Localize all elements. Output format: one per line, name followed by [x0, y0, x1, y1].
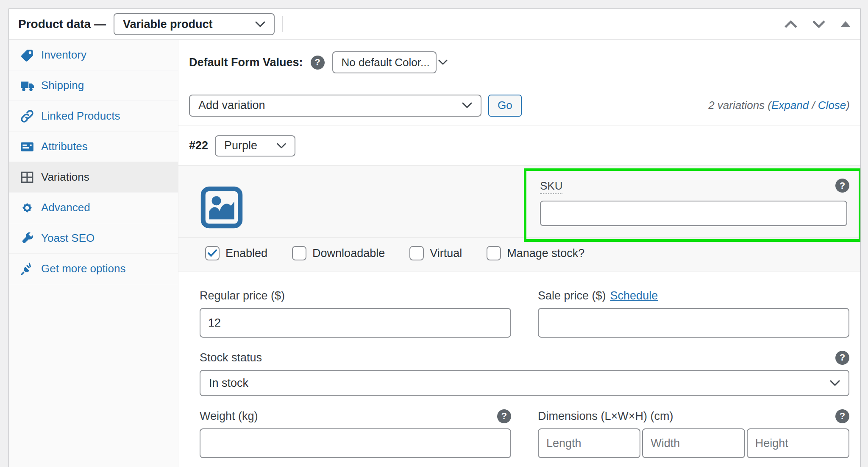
sku-section-highlight: SKU ?: [524, 168, 860, 242]
dimensions-label: Dimensions (L×W×H) (cm): [538, 410, 673, 423]
tab-get-more-options[interactable]: Get more options: [9, 254, 178, 284]
weight-field: Weight (kg) ?: [200, 409, 511, 458]
default-form-values-label: Default Form Values:: [189, 56, 303, 69]
panel-order-controls: [784, 20, 851, 28]
tab-yoast-seo[interactable]: Yoast SEO: [9, 223, 178, 254]
tab-attributes[interactable]: Attributes: [9, 131, 178, 162]
virtual-checkbox[interactable]: Virtual: [409, 246, 462, 260]
checkbox-label: Downloadable: [312, 247, 385, 260]
card-icon: [20, 140, 34, 154]
enabled-checkbox[interactable]: Enabled: [205, 246, 267, 260]
panel-title: Product data —: [18, 17, 106, 31]
tab-linked-products[interactable]: Linked Products: [9, 101, 178, 131]
variation-header: #22 Purple: [178, 126, 860, 166]
grid-icon: [20, 170, 34, 185]
regular-price-label: Regular price ($): [200, 289, 285, 302]
stock-status-value: In stock: [209, 377, 248, 390]
variation-body: SKU ? Enabled Downloadable: [178, 166, 860, 271]
expand-link[interactable]: Expand: [771, 99, 809, 112]
checkbox-box: [487, 246, 501, 260]
tab-label: Yoast SEO: [41, 232, 95, 245]
dimensions-field: Dimensions (L×W×H) (cm) ?: [538, 409, 849, 458]
stock-status-field: Stock status ? In stock: [200, 350, 849, 396]
downloadable-checkbox[interactable]: Downloadable: [292, 246, 385, 260]
tab-label: Advanced: [41, 201, 90, 214]
variation-attribute-select[interactable]: Purple: [215, 135, 295, 157]
default-attribute-select[interactable]: No default Color...: [332, 51, 437, 73]
weight-label: Weight (kg): [200, 410, 258, 423]
go-button[interactable]: Go: [488, 95, 522, 117]
chevron-down-icon: [255, 21, 265, 28]
manage-stock-checkbox[interactable]: Manage stock?: [487, 246, 584, 260]
sale-price-field: Sale price ($)Schedule: [538, 288, 849, 338]
dimensions-help-icon[interactable]: ?: [835, 409, 849, 423]
variation-options-row: Enabled Downloadable Virtual Manage stoc…: [178, 238, 860, 271]
variation-image-placeholder-icon[interactable]: [200, 186, 243, 229]
sale-price-label: Sale price ($): [538, 289, 606, 302]
checkbox-label: Virtual: [430, 247, 462, 260]
chevron-down-icon: [277, 143, 286, 149]
variations-toolbar: Add variation Go 2 variations (Expand / …: [178, 85, 860, 126]
checkbox-box: [409, 246, 424, 260]
truck-icon: [20, 78, 34, 93]
help-icon[interactable]: ?: [311, 56, 325, 70]
tab-label: Linked Products: [41, 109, 120, 123]
variation-id: #22: [189, 139, 208, 152]
stock-status-select[interactable]: In stock: [200, 370, 849, 396]
bulk-action-select[interactable]: Add variation: [189, 95, 481, 117]
bulk-action-value: Add variation: [198, 99, 265, 112]
tag-icon: [20, 48, 34, 62]
schedule-link[interactable]: Schedule: [610, 289, 658, 302]
checkbox-box: [205, 246, 220, 260]
tab-label: Attributes: [41, 140, 88, 153]
gear-icon: [20, 201, 34, 215]
chevron-down-icon: [438, 59, 448, 65]
regular-price-field: Regular price ($): [200, 288, 511, 338]
checkbox-label: Enabled: [225, 247, 267, 260]
sku-label: SKU: [540, 179, 562, 194]
sku-help-icon[interactable]: ?: [835, 179, 849, 193]
variation-attribute-value: Purple: [224, 139, 257, 152]
variation-fields: Regular price ($) Sale price ($)Schedule…: [178, 271, 860, 467]
collapse-panel-icon[interactable]: [840, 21, 851, 28]
chevron-down-icon: [462, 102, 472, 109]
panel-header: Product data — Variable product: [9, 9, 860, 40]
tab-shipping[interactable]: Shipping: [9, 70, 178, 101]
tab-advanced[interactable]: Advanced: [9, 193, 178, 223]
summary-text: 2 variations (: [708, 99, 771, 112]
variations-summary: 2 variations (Expand / Close): [708, 99, 850, 112]
default-attribute-value: No default Color...: [342, 56, 430, 69]
product-data-panel: Product data — Variable product Inventor…: [8, 8, 861, 467]
check-icon: [207, 249, 217, 257]
weight-help-icon[interactable]: ?: [497, 409, 511, 423]
stock-status-help-icon[interactable]: ?: [835, 351, 849, 365]
checkbox-box: [292, 246, 306, 260]
default-form-values-row: Default Form Values: ? No default Color.…: [178, 40, 860, 85]
close-link[interactable]: Close: [818, 99, 846, 112]
summary-separator: /: [809, 99, 818, 112]
product-type-value: Variable product: [123, 18, 213, 31]
height-input[interactable]: [747, 428, 849, 458]
variations-tab-content: Default Form Values: ? No default Color.…: [178, 40, 860, 467]
product-data-tabs: Inventory Shipping Linked Products Attri…: [9, 40, 178, 467]
tab-label: Get more options: [41, 262, 125, 275]
wrench-icon: [20, 231, 34, 246]
length-input[interactable]: [538, 428, 640, 458]
sku-input[interactable]: [540, 201, 847, 226]
stock-status-label: Stock status: [200, 351, 262, 364]
product-type-select[interactable]: Variable product: [114, 13, 275, 35]
tab-label: Variations: [41, 171, 89, 184]
regular-price-input[interactable]: [200, 308, 511, 338]
move-up-icon[interactable]: [784, 20, 798, 28]
tab-inventory[interactable]: Inventory: [9, 40, 178, 70]
sale-price-input[interactable]: [538, 308, 849, 338]
weight-input[interactable]: [200, 428, 511, 458]
move-down-icon[interactable]: [812, 20, 826, 28]
tab-variations[interactable]: Variations: [9, 162, 178, 193]
tab-label: Inventory: [41, 48, 86, 62]
width-input[interactable]: [642, 428, 745, 458]
tab-label: Shipping: [41, 79, 84, 92]
link-icon: [20, 109, 34, 123]
summary-suffix: ): [846, 99, 850, 112]
plug-icon: [20, 262, 34, 276]
